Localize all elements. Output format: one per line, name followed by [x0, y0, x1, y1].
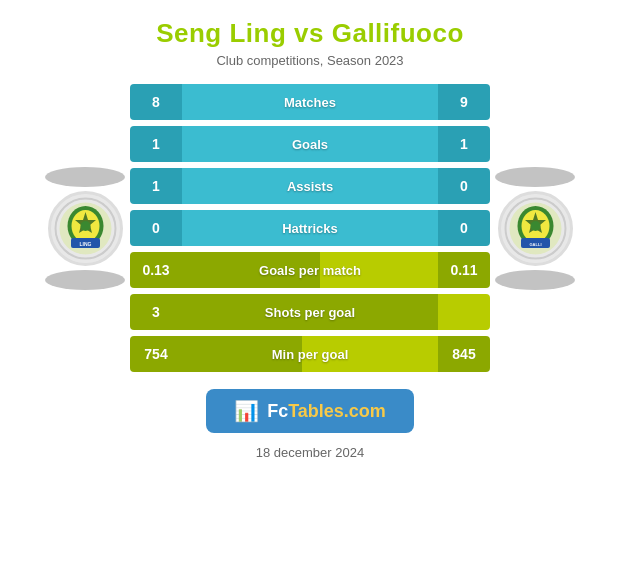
- watermark-text-colored: Tables.com: [288, 401, 386, 421]
- svg-text:GALLI: GALLI: [529, 242, 541, 247]
- stat-label-text: Min per goal: [272, 347, 349, 362]
- left-team-logo-area: LING: [40, 167, 130, 290]
- stat-right-val: 0.11: [438, 252, 490, 288]
- subtitle: Club competitions, Season 2023: [156, 53, 464, 68]
- stat-label-text: Goals per match: [259, 263, 361, 278]
- stat-label-text: Shots per goal: [265, 305, 355, 320]
- stat-row-goals: 1Goals1: [130, 126, 490, 162]
- stat-bar-label: Hattricks: [182, 210, 438, 246]
- stat-label-text: Assists: [287, 179, 333, 194]
- stat-bar-label: Matches: [182, 84, 438, 120]
- left-team-logo: LING: [48, 191, 123, 266]
- header: Seng Ling vs Gallifuoco Club competition…: [156, 18, 464, 68]
- stat-left-val: 0.13: [130, 252, 182, 288]
- stat-right-val: 0: [438, 210, 490, 246]
- stat-bar-label: Assists: [182, 168, 438, 204]
- stat-bar-label: Shots per goal: [182, 294, 438, 330]
- right-shadow-top: [495, 167, 575, 187]
- right-team-logo: GALLI: [498, 191, 573, 266]
- svg-point-5: [80, 221, 90, 231]
- stat-right-val: 845: [438, 336, 490, 372]
- stat-label-text: Goals: [292, 137, 328, 152]
- stat-bar-label: Goals per match: [182, 252, 438, 288]
- stat-row-shots-per-goal: 3Shots per goal: [130, 294, 490, 330]
- stat-bar-label: Goals: [182, 126, 438, 162]
- watermark-icon: 📊: [234, 399, 259, 423]
- stat-left-val: 3: [130, 294, 182, 330]
- stat-left-val: 754: [130, 336, 182, 372]
- stat-label-text: Hattricks: [282, 221, 338, 236]
- left-shadow-bottom: [45, 270, 125, 290]
- stat-right-val: 9: [438, 84, 490, 120]
- stats-area: 8Matches91Goals11Assists00Hattricks00.13…: [130, 84, 490, 373]
- stat-row-assists: 1Assists0: [130, 168, 490, 204]
- watermark-box: 📊 FcTables.com: [206, 389, 414, 433]
- footer-date: 18 december 2024: [256, 445, 364, 460]
- stat-row-goals-per-match: 0.13Goals per match0.11: [130, 252, 490, 288]
- stat-label-text: Matches: [284, 95, 336, 110]
- svg-point-13: [530, 221, 540, 231]
- watermark-area: 📊 FcTables.com: [206, 389, 414, 433]
- main-content: LING 8Matches91Goals11Assists00Hattricks…: [0, 84, 620, 373]
- page-title: Seng Ling vs Gallifuoco: [156, 18, 464, 49]
- stat-left-val: 1: [130, 126, 182, 162]
- right-shadow-bottom: [495, 270, 575, 290]
- stat-bar-label: Min per goal: [182, 336, 438, 372]
- right-team-logo-area: GALLI: [490, 167, 580, 290]
- stat-left-val: 1: [130, 168, 182, 204]
- watermark-text: FcTables.com: [267, 401, 386, 422]
- stat-row-min-per-goal: 754Min per goal845: [130, 336, 490, 372]
- stat-left-val: 0: [130, 210, 182, 246]
- stat-right-val: [438, 294, 490, 330]
- left-logo-svg: LING: [53, 196, 118, 261]
- right-logo-svg: GALLI: [503, 196, 568, 261]
- stat-left-val: 8: [130, 84, 182, 120]
- stat-right-val: 1: [438, 126, 490, 162]
- left-shadow-top: [45, 167, 125, 187]
- stat-row-matches: 8Matches9: [130, 84, 490, 120]
- stat-right-val: 0: [438, 168, 490, 204]
- stat-row-hattricks: 0Hattricks0: [130, 210, 490, 246]
- svg-text:LING: LING: [79, 241, 91, 247]
